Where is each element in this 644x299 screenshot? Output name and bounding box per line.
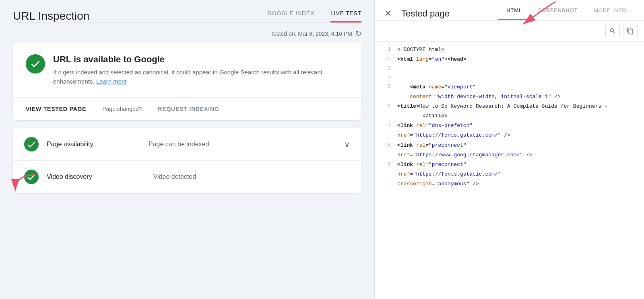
tested-on-label: Tested on: Mar 8, 2023, 4:16 PM xyxy=(270,31,352,37)
page-availability-label: Page availability xyxy=(47,141,140,148)
learn-more-link[interactable]: Learn more xyxy=(96,78,127,85)
tab-html[interactable]: HTML xyxy=(498,7,530,20)
code-toolbar xyxy=(375,20,644,42)
code-line-6b: </title> xyxy=(375,111,644,121)
code-line-1: 1 <!DOCTYPE html> xyxy=(375,45,644,55)
search-code-button[interactable] xyxy=(605,24,620,38)
status-cards: Page availability Page can be indexed ∨ … xyxy=(13,128,361,193)
status-row-page-availability: Page availability Page can be indexed ∨ xyxy=(13,128,361,160)
tab-google-index[interactable]: GOOGLE INDEX xyxy=(267,10,314,23)
tab-live-test[interactable]: LIVE TEST xyxy=(330,10,361,23)
success-icon xyxy=(26,54,45,74)
code-line-9c: crossorigin="anonymous" /> xyxy=(375,179,644,189)
code-line-7a: 7 <link rel="dns-prefetch" xyxy=(375,121,644,131)
video-discovery-check-icon xyxy=(24,170,39,184)
main-status-card: URL is available to Google If it gets in… xyxy=(13,43,361,120)
code-line-5a: 5 <meta name="viewport" xyxy=(375,82,644,92)
video-discovery-label: Video discovery xyxy=(47,173,145,180)
request-indexing-button[interactable]: REQUEST INDEXING xyxy=(158,106,219,112)
page-changed-label: Page changed? xyxy=(102,106,142,112)
right-panel-header: ✕ Tested page HTML SCREENSHOT MORE INFO xyxy=(375,0,644,20)
chevron-down-icon[interactable]: ∨ xyxy=(344,139,350,149)
right-panel-tabs: HTML SCREENSHOT MORE INFO xyxy=(498,7,634,20)
code-line-5b: content="width=device-width, initial-sca… xyxy=(375,92,644,102)
code-line-2: 2 <html lang="en"><head> xyxy=(375,55,644,64)
status-desc: If it gets indexed and selected as canon… xyxy=(53,68,349,86)
page-availability-check-icon xyxy=(24,137,39,152)
status-title: URL is available to Google xyxy=(53,54,349,65)
refresh-icon[interactable]: ↻ xyxy=(355,29,361,38)
code-line-8a: 8 <link rel="preconnect" xyxy=(375,141,644,150)
right-panel: ✕ Tested page HTML SCREENSHOT MORE INFO xyxy=(374,0,644,299)
left-tabs: GOOGLE INDEX LIVE TEST xyxy=(267,10,361,23)
copy-code-button[interactable] xyxy=(623,24,638,38)
code-line-8b: href="https://www.googletagmanager.com/"… xyxy=(375,150,644,160)
code-area: 1 <!DOCTYPE html> 2 <html lang="en"><hea… xyxy=(375,42,644,299)
page-title: URL Inspection xyxy=(13,10,267,23)
video-discovery-value: Video detected xyxy=(153,173,350,180)
tab-more-info[interactable]: MORE INFO xyxy=(586,7,634,20)
code-line-6a: 6 <title>How to Do Keyword Research: A C… xyxy=(375,102,644,111)
code-line-4: 4 xyxy=(375,74,644,82)
code-line-9a: 9 <link rel="preconnect" xyxy=(375,160,644,170)
close-button[interactable]: ✕ xyxy=(384,8,392,19)
code-line-9b: href="https://fonts.gstatic.com/" xyxy=(375,170,644,179)
view-tested-page-button[interactable]: VIEW TESTED PAGE xyxy=(26,106,86,112)
code-line-7b: href="https://fonts.gstatic.com/" /> xyxy=(375,131,644,140)
code-line-3: 3 xyxy=(375,64,644,73)
status-row-video-discovery: Video discovery Video detected xyxy=(13,160,361,193)
page-availability-value: Page can be indexed xyxy=(149,141,336,148)
tab-screenshot[interactable]: SCREENSHOT xyxy=(530,7,586,20)
right-panel-title: Tested page xyxy=(401,8,492,19)
